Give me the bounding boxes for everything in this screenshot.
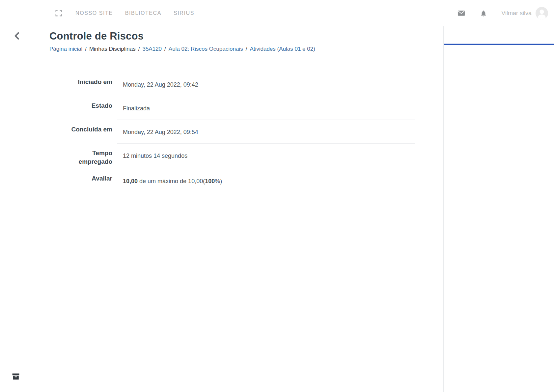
nav-link-nosso-site[interactable]: NOSSO SITE: [75, 10, 113, 16]
grade-percent: 100: [205, 178, 215, 184]
breadcrumb-separator: /: [138, 46, 140, 52]
table-row: Tempo empregado 12 minutos 14 segundos: [69, 144, 415, 169]
bell-icon[interactable]: [480, 10, 487, 17]
table-row: Avaliar 10,00 de um máximo de 10,00(100%…: [69, 169, 415, 193]
row-label-started: Iniciado em: [69, 72, 112, 96]
archive-box-icon[interactable]: [12, 373, 19, 380]
envelope-icon[interactable]: [457, 10, 465, 16]
row-label-time-taken: Tempo empregado: [69, 144, 112, 169]
row-value-started: Monday, 22 Aug 2022, 09:42: [117, 72, 415, 96]
table-row: Iniciado em Monday, 22 Aug 2022, 09:42: [69, 72, 415, 96]
breadcrumb-course[interactable]: 35A120: [142, 46, 162, 52]
user-menu[interactable]: Vilmar silva: [501, 10, 532, 17]
breadcrumb: Página inicial / Minhas Disciplinas / 35…: [49, 46, 315, 52]
top-navbar: NOSSO SITE BIBLIOTECA SIRIUS Vilmar silv…: [0, 0, 554, 26]
row-value-time-taken: 12 minutos 14 segundos: [117, 144, 415, 169]
page-header: Controle de Riscos Página inicial / Minh…: [49, 30, 315, 52]
page-title: Controle de Riscos: [49, 30, 315, 42]
right-block-drawer: [443, 26, 554, 392]
breadcrumb-home[interactable]: Página inicial: [49, 46, 82, 52]
breadcrumb-my-courses: Minhas Disciplinas: [89, 46, 136, 52]
nav-link-biblioteca[interactable]: BIBLIOTECA: [125, 10, 161, 16]
breadcrumb-activity[interactable]: Atividades (Aulas 01 e 02): [250, 46, 315, 52]
row-label-completed: Concluída em: [69, 120, 112, 144]
table-row: Estado Finalizada: [69, 96, 415, 120]
grade-suffix: %): [215, 178, 222, 184]
row-value-state: Finalizada: [117, 96, 415, 120]
nav-link-sirius[interactable]: SIRIUS: [174, 10, 194, 16]
grade-value: 10,00: [123, 178, 138, 184]
main-nav: NOSSO SITE BIBLIOTECA SIRIUS: [75, 10, 194, 16]
table-row: Concluída em Monday, 22 Aug 2022, 09:54: [69, 120, 415, 144]
fullscreen-icon[interactable]: [55, 10, 62, 17]
row-label-grade: Avaliar: [69, 169, 112, 193]
breadcrumb-separator: /: [246, 46, 247, 52]
grade-middle-text: de um máximo de 10,00(: [139, 178, 205, 184]
breadcrumb-separator: /: [85, 46, 87, 52]
attempt-summary-table: Iniciado em Monday, 22 Aug 2022, 09:42 E…: [69, 72, 415, 193]
drawer-accent-bar: [444, 43, 554, 45]
breadcrumb-section[interactable]: Aula 02: Riscos Ocupacionais: [169, 46, 243, 52]
user-avatar[interactable]: [536, 7, 548, 19]
breadcrumb-separator: /: [164, 46, 166, 52]
back-button[interactable]: [13, 31, 22, 41]
row-value-grade: 10,00 de um máximo de 10,00(100%): [117, 169, 415, 193]
row-label-state: Estado: [69, 96, 112, 120]
row-value-completed: Monday, 22 Aug 2022, 09:54: [117, 120, 415, 144]
